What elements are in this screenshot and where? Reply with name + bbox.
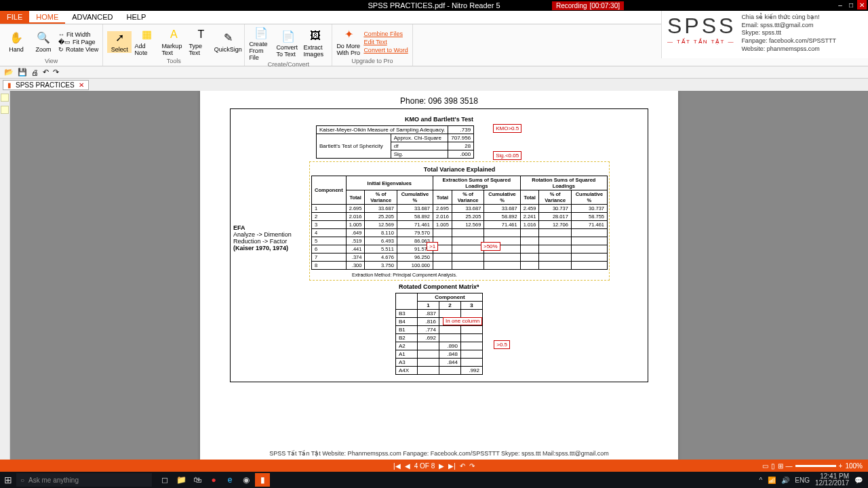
undo-icon[interactable]: ↶ (43, 68, 49, 77)
one-col-callout: In one column (443, 317, 482, 325)
document-tabs: ▮ SPSS PRACTICES ✕ (0, 79, 868, 92)
minimize-icon[interactable]: – (835, 0, 845, 9)
forward-icon[interactable]: ↷ (469, 462, 475, 470)
clock-date[interactable]: 12/12/2017 (815, 480, 849, 487)
task-view-icon[interactable]: ◻ (157, 473, 172, 487)
fit-page-button[interactable]: �▭ Fit Page (58, 39, 98, 45)
store-icon[interactable]: 🛍 (190, 473, 205, 487)
phone-text: Phone: 096 398 3518 (203, 96, 675, 106)
edge-icon[interactable]: e (222, 473, 237, 487)
prev-page-icon[interactable]: ◀ (405, 462, 410, 470)
tab-help[interactable]: HELP (120, 11, 153, 24)
edit-text-link[interactable]: Edit Text (363, 39, 408, 45)
note-icon: ▦ (140, 28, 153, 41)
zoom-icon: 🔍 (37, 31, 50, 45)
app-icon[interactable]: ● (206, 473, 221, 487)
maximize-icon[interactable]: □ (846, 0, 856, 9)
next-page-icon[interactable]: ▶ (439, 462, 444, 470)
gt05-callout: >0.5 (494, 340, 510, 349)
highlight-icon: A (167, 28, 180, 41)
combine-files-link[interactable]: Combine Files (363, 30, 408, 37)
view-mode-icon[interactable]: ▯ (771, 462, 775, 470)
convert-icon: 📄 (281, 29, 295, 43)
gt1-callout: >1 (427, 242, 438, 251)
file-icon: 📄 (254, 26, 268, 39)
zoom-level: 100% (845, 462, 863, 470)
bookmarks-icon[interactable] (1, 106, 9, 114)
markup-button[interactable]: AMarkup Text (161, 28, 186, 56)
cursor-icon: ➚ (113, 31, 126, 45)
zoom-slider[interactable] (795, 465, 836, 467)
lang-indicator[interactable]: ENG (795, 476, 810, 484)
pdf-icon: ▮ (7, 81, 12, 89)
last-page-icon[interactable]: ▶| (448, 462, 456, 470)
do-more-button[interactable]: ✦Do More With Pro (336, 28, 361, 56)
type-text-button[interactable]: TType Text (189, 28, 213, 56)
star-icon: ✦ (342, 28, 355, 41)
rcm-title: Rotated Component Matrixᵃ (235, 283, 644, 290)
tray-up-icon[interactable]: ^ (760, 476, 763, 484)
print-icon[interactable]: 🖨 (31, 68, 39, 77)
rcm-table: Component 123 B3.837B4.816B1.774B2.692A2… (395, 293, 483, 375)
zoom-button[interactable]: 🔍Zoom (31, 31, 56, 53)
tve-table: ComponentInitial EigenvaluesExtraction S… (311, 176, 608, 270)
add-note-button[interactable]: ▦Add Note (134, 28, 159, 56)
kmo-title: KMO and Bartlett's Test (235, 116, 644, 123)
open-icon[interactable]: 📂 (4, 68, 14, 77)
hand-icon: ✋ (9, 31, 23, 45)
doc-tab[interactable]: ▮ SPSS PRACTICES ✕ (3, 80, 89, 90)
view-mode-icon[interactable]: ⊞ (778, 462, 783, 470)
brand-logo: SPSS (667, 14, 736, 39)
window-controls: – □ ✕ (835, 0, 867, 9)
text-icon: T (194, 28, 208, 41)
kmo-table: Kaiser-Meyer-Olkin Measure of Sampling A… (316, 125, 474, 159)
rotate-button[interactable]: ↻ Rotate View (58, 46, 98, 53)
tab-home[interactable]: HOME (29, 11, 65, 24)
titlebar: SPSS PRACTICES.pdf - Nitro Reader 5 Reco… (0, 0, 868, 11)
app-title: SPSS PRACTICES.pdf - Nitro Reader 5 (368, 1, 500, 9)
tve-footnote: Extraction Method: Principal Component A… (352, 272, 608, 277)
hand-button[interactable]: ✋Hand (4, 31, 28, 53)
document-viewport[interactable]: Phone: 096 398 3518 EFA Analyze -> Dimen… (10, 91, 868, 460)
kmo-callout: KMO>0.5 (493, 124, 521, 133)
side-panel (0, 91, 10, 460)
efa-note: EFA Analyze -> Dimention Reduction -> Fa… (233, 224, 294, 251)
notifications-icon[interactable]: 💬 (854, 476, 863, 484)
status-bar: |◀ ◀ 4 OF 8 ▶ ▶| ↶ ↷ ▭ ▯ ⊞ — + 100% (0, 460, 868, 472)
save-icon[interactable]: 💾 (18, 68, 27, 77)
first-page-icon[interactable]: |◀ (393, 462, 401, 470)
close-tab-icon[interactable]: ✕ (79, 81, 84, 89)
tab-file[interactable]: FILE (0, 11, 29, 24)
windows-taskbar: ⊞ ○ Ask me anything ◻ 📁 🛍 ● e ◉ ▮ ^ 📶 🔊 … (0, 472, 868, 488)
redo-icon[interactable]: ↷ (53, 68, 59, 77)
tve-title: Total Variance Explained (311, 166, 608, 173)
cortana-icon: ○ (20, 476, 24, 484)
back-icon[interactable]: ↶ (460, 462, 465, 470)
chrome-icon[interactable]: ◉ (239, 473, 254, 487)
fit-width-button[interactable]: ↔ Fit Width (58, 31, 98, 38)
pdf-page: Phone: 096 398 3518 EFA Analyze -> Dimen… (200, 91, 678, 460)
volume-icon[interactable]: 🔊 (781, 476, 789, 484)
recording-indicator: Recording[00:07:30] (552, 1, 624, 10)
convert-text-button[interactable]: 📄Convert To Text (276, 29, 300, 58)
quicksign-button[interactable]: ✎QuickSign (216, 31, 240, 53)
close-icon[interactable]: ✕ (857, 0, 867, 9)
convert-word-link[interactable]: Convert to Word (363, 47, 408, 54)
extract-images-button[interactable]: 🖼Extract Images (303, 29, 328, 58)
image-icon: 🖼 (309, 29, 322, 43)
view-mode-icon[interactable]: ▭ (762, 462, 768, 470)
start-button[interactable]: ⊞ (0, 474, 16, 485)
select-button[interactable]: ➚Select (107, 31, 132, 53)
search-input[interactable]: ○ Ask me anything (16, 473, 152, 487)
create-from-file-button[interactable]: 📄Create From File (249, 26, 273, 61)
comments-icon[interactable] (1, 94, 9, 102)
explorer-icon[interactable]: 📁 (174, 473, 189, 487)
tab-advanced[interactable]: ADVANCED (65, 11, 119, 24)
nitro-icon[interactable]: ▮ (255, 473, 270, 487)
quick-access-toolbar: 📂 💾 🖨 ↶ ↷ (0, 66, 868, 79)
network-icon[interactable]: 📶 (768, 476, 776, 484)
brand-panel: SPSS — TẤT TẦN TẬT — Chia sẻ kiến thức c… (661, 11, 868, 58)
sig-callout: Sig.<0.05 (493, 151, 521, 160)
page-indicator: 4 OF 8 (414, 462, 435, 470)
sign-icon: ✎ (221, 31, 235, 45)
